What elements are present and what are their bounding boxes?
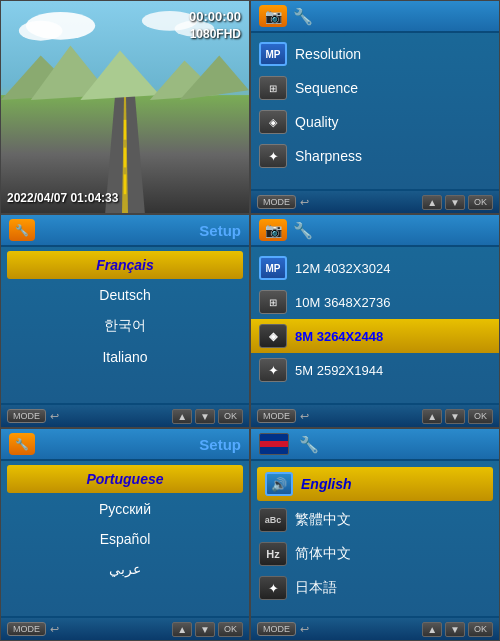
setup-title-2: Setup <box>199 436 241 453</box>
svg-point-10 <box>19 21 63 41</box>
res-sharp-icon: ✦ <box>259 358 287 382</box>
mode-btn-1[interactable]: MODE <box>7 409 46 423</box>
sequence-icon: ⊞ <box>259 76 287 100</box>
res-5m-label: 5M 2592X1944 <box>295 363 383 378</box>
back-btn-1[interactable]: ↩ <box>50 410 59 423</box>
timestamp-bottom: 2022/04/07 01:04:33 <box>7 191 118 205</box>
menu-item-quality[interactable]: ◈ Quality <box>251 105 499 139</box>
wrench-icon-2: 🔧 <box>293 221 313 240</box>
down-2[interactable]: ▼ <box>195 622 215 637</box>
main-grid: 00:00:00 1080FHD 2022/04/07 01:04:33 📷 🔧… <box>0 0 500 641</box>
res-seq-icon: ⊞ <box>259 290 287 314</box>
hz-icon: Hz <box>259 542 287 566</box>
res-mp-icon: MP <box>259 256 287 280</box>
res-5m[interactable]: ✦ 5M 2592X1944 <box>251 353 499 387</box>
lang-menu-trad-chinese[interactable]: aBc 繁體中文 <box>251 503 499 537</box>
back-btn-2[interactable]: ↩ <box>50 623 59 636</box>
menu-label-sharpness: Sharpness <box>295 148 362 164</box>
setup-panel-1: 🔧 Setup Français Deutsch 한국어 Italiano MO… <box>0 214 250 428</box>
ok-1[interactable]: OK <box>218 409 243 424</box>
setup-header-2: 🔧 Setup <box>1 429 249 461</box>
language-list-2: Portuguese Русский Español عربي <box>1 461 249 589</box>
up-lang[interactable]: ▲ <box>422 622 442 637</box>
lang-arabic[interactable]: عربي <box>7 555 243 583</box>
down-lang[interactable]: ▼ <box>445 622 465 637</box>
wrench-icon-lang: 🔧 <box>299 435 319 454</box>
lang-simp-chinese-label: 简体中文 <box>295 545 351 563</box>
lang-menu-english[interactable]: 🔊 English <box>257 467 493 501</box>
menu-item-resolution[interactable]: MP Resolution <box>251 37 499 71</box>
cam-icon-2: 📷 <box>259 219 287 241</box>
bright-icon: ✦ <box>259 576 287 600</box>
lang-deutsch[interactable]: Deutsch <box>7 281 243 309</box>
up-2[interactable]: ▲ <box>172 622 192 637</box>
setup-header-1: 🔧 Setup <box>1 215 249 247</box>
mp-icon: MP <box>259 42 287 66</box>
resolution-header: 📷 🔧 <box>251 215 499 247</box>
down-r[interactable]: ▼ <box>445 409 465 424</box>
lang-japanese-label: 日本語 <box>295 579 337 597</box>
setup-icon-1: 🔧 <box>9 219 35 241</box>
lang-italiano[interactable]: Italiano <box>7 343 243 371</box>
nav-lang: ▲ ▼ OK <box>422 622 493 637</box>
ok-2[interactable]: OK <box>218 622 243 637</box>
setup-footer-2: MODE ↩ ▲ ▼ OK <box>1 616 249 640</box>
nav-1: ▲ ▼ OK <box>172 409 243 424</box>
mode-btn-lang[interactable]: MODE <box>257 622 296 636</box>
lang-english-label: English <box>301 476 352 492</box>
res-8m-label: 8M 3264X2448 <box>295 329 383 344</box>
language-menu-panel: 🔧 🔊 English aBc 繁體中文 Hz 简体中文 ✦ 日本語 <box>250 428 500 641</box>
down-arrow[interactable]: ▼ <box>445 195 465 210</box>
camera-menu-header: 📷 🔧 <box>251 1 499 33</box>
footer-nav: ▲ ▼ OK <box>422 195 493 210</box>
lang-menu-japanese[interactable]: ✦ 日本語 <box>251 571 499 605</box>
lang-portuguese[interactable]: Portuguese <box>7 465 243 493</box>
lang-francais[interactable]: Français <box>7 251 243 279</box>
lang-footer: MODE ↩ ▲ ▼ OK <box>251 616 499 640</box>
setup-title-1: Setup <box>199 222 241 239</box>
back-btn-r[interactable]: ↩ <box>300 410 309 423</box>
ok-button[interactable]: OK <box>468 195 493 210</box>
setup-icon-2: 🔧 <box>9 433 35 455</box>
abc-icon: aBc <box>259 508 287 532</box>
menu-label-resolution: Resolution <box>295 46 361 62</box>
sharpness-icon: ✦ <box>259 144 287 168</box>
back-button[interactable]: ↩ <box>300 196 309 209</box>
menu-item-sharpness[interactable]: ✦ Sharpness <box>251 139 499 173</box>
res-8m[interactable]: ◈ 8M 3264X2448 <box>251 319 499 353</box>
res-list: MP 12M 4032X3024 ⊞ 10M 3648X2736 ◈ 8M 32… <box>251 247 499 391</box>
lang-spanish[interactable]: Español <box>7 525 243 553</box>
up-1[interactable]: ▲ <box>172 409 192 424</box>
lang-korean[interactable]: 한국어 <box>7 311 243 341</box>
mode-btn-r[interactable]: MODE <box>257 409 296 423</box>
nav-2: ▲ ▼ OK <box>172 622 243 637</box>
camera-view-panel: 00:00:00 1080FHD 2022/04/07 01:04:33 <box>0 0 250 214</box>
res-12m[interactable]: MP 12M 4032X3024 <box>251 251 499 285</box>
mode-button[interactable]: MODE <box>257 195 296 209</box>
ok-lang[interactable]: OK <box>468 622 493 637</box>
up-arrow[interactable]: ▲ <box>422 195 442 210</box>
res-12m-label: 12M 4032X3024 <box>295 261 390 276</box>
setup-panel-2: 🔧 Setup Portuguese Русский Español عربي … <box>0 428 250 641</box>
camera-icon: 📷 <box>259 5 287 27</box>
timestamp-top: 00:00:00 <box>189 9 241 24</box>
up-r[interactable]: ▲ <box>422 409 442 424</box>
down-1[interactable]: ▼ <box>195 409 215 424</box>
language-list-1: Français Deutsch 한국어 Italiano <box>1 247 249 377</box>
wrench-icon: 🔧 <box>293 7 313 26</box>
flag-icon <box>259 433 289 455</box>
resolution-panel: 📷 🔧 MP 12M 4032X3024 ⊞ 10M 3648X2736 ◈ 8… <box>250 214 500 428</box>
mode-btn-2[interactable]: MODE <box>7 622 46 636</box>
menu-label-quality: Quality <box>295 114 339 130</box>
ok-r[interactable]: OK <box>468 409 493 424</box>
menu-label-sequence: Sequence <box>295 80 358 96</box>
back-btn-lang[interactable]: ↩ <box>300 623 309 636</box>
lang-russian[interactable]: Русский <box>7 495 243 523</box>
res-10m[interactable]: ⊞ 10M 3648X2736 <box>251 285 499 319</box>
camera-menu-panel: 📷 🔧 MP Resolution ⊞ Sequence ◈ Quality ✦… <box>250 0 500 214</box>
sound-icon: 🔊 <box>265 472 293 496</box>
lang-menu-simp-chinese[interactable]: Hz 简体中文 <box>251 537 499 571</box>
quality-icon: ◈ <box>259 110 287 134</box>
res-footer: MODE ↩ ▲ ▼ OK <box>251 403 499 427</box>
menu-item-sequence[interactable]: ⊞ Sequence <box>251 71 499 105</box>
